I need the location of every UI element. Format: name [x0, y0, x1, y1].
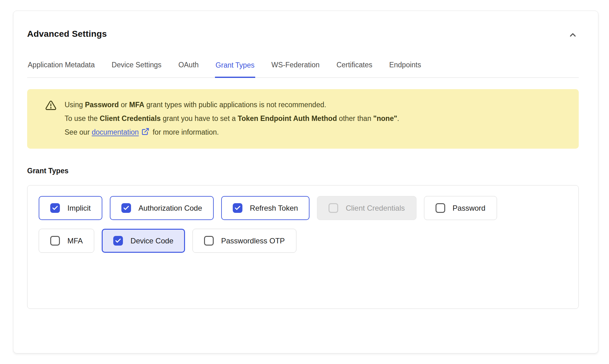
tab-endpoints[interactable]: Endpoints	[388, 61, 421, 77]
checkbox-checked-icon[interactable]	[233, 203, 242, 213]
grant-type-chip-device-code[interactable]: Device Code	[102, 229, 185, 253]
checkbox-unchecked-icon[interactable]	[204, 236, 214, 246]
warning-triangle-icon	[45, 100, 56, 112]
grant-type-label: MFA	[67, 237, 83, 245]
settings-tab-bar: Application MetadataDevice SettingsOAuth…	[27, 61, 579, 78]
warning-bold-text: Token Endpoint Auth Method	[238, 114, 337, 122]
page-title: Advanced Settings	[27, 28, 107, 40]
tab-certificates[interactable]: Certificates	[336, 61, 373, 77]
checkbox-unchecked-icon[interactable]	[50, 236, 60, 246]
grant-type-chip-passwordless-otp[interactable]: Passwordless OTP	[192, 229, 296, 253]
advanced-settings-panel: Advanced Settings Application MetadataDe…	[13, 11, 598, 353]
warning-line-2: To use the Client Credentials grant you …	[65, 112, 399, 125]
warning-bold-text: "none"	[373, 114, 397, 122]
grant-type-chip-client-credentials: Client Credentials	[317, 196, 416, 220]
external-link-icon[interactable]	[141, 126, 149, 140]
grant-type-chip-mfa[interactable]: MFA	[39, 229, 94, 253]
warning-line-3: See our documentation for more informati…	[65, 125, 399, 140]
grant-type-label: Client Credentials	[346, 204, 405, 213]
grant-type-label: Device Code	[130, 237, 173, 245]
warning-bold-text: MFA	[129, 101, 144, 109]
grant-types-row-2: MFADevice CodePasswordless OTP	[39, 229, 569, 253]
warning-bold-text: Client Credentials	[100, 114, 161, 122]
warning-line-1: Using Password or MFA grant types with p…	[65, 98, 399, 112]
grant-type-chip-password[interactable]: Password	[424, 196, 497, 220]
documentation-link[interactable]: documentation	[92, 128, 139, 136]
warning-text: Using Password or MFA grant types with p…	[65, 98, 399, 140]
grant-type-chip-authorization-code[interactable]: Authorization Code	[110, 196, 214, 220]
grant-type-chip-implicit[interactable]: Implicit	[39, 196, 102, 220]
tab-ws-federation[interactable]: WS-Federation	[271, 61, 320, 77]
checkbox-checked-icon[interactable]	[113, 236, 123, 246]
grant-type-label: Authorization Code	[139, 204, 202, 213]
grant-types-group: ImplicitAuthorization CodeRefresh TokenC…	[27, 185, 579, 309]
checkbox-unchecked-icon[interactable]	[436, 203, 445, 213]
checkbox-checked-icon[interactable]	[50, 203, 60, 213]
grant-type-label: Implicit	[67, 204, 91, 213]
checkbox-unchecked-icon	[329, 203, 338, 213]
grant-type-chip-refresh-token[interactable]: Refresh Token	[221, 196, 309, 220]
collapse-panel-button[interactable]	[567, 29, 579, 41]
tab-grant-types[interactable]: Grant Types	[215, 61, 255, 78]
tab-application-metadata[interactable]: Application Metadata	[27, 61, 95, 77]
warning-banner: Using Password or MFA grant types with p…	[27, 89, 579, 149]
grant-type-label: Password	[453, 204, 485, 213]
grant-types-heading: Grant Types	[27, 167, 579, 175]
tab-device-settings[interactable]: Device Settings	[111, 61, 162, 77]
grant-type-label: Refresh Token	[250, 204, 298, 213]
panel-header: Advanced Settings	[27, 28, 579, 41]
warning-bold-text: Password	[85, 101, 119, 109]
checkbox-checked-icon[interactable]	[121, 203, 131, 213]
grant-type-label: Passwordless OTP	[221, 237, 285, 245]
tab-oauth[interactable]: OAuth	[178, 61, 199, 77]
grant-types-row-1: ImplicitAuthorization CodeRefresh TokenC…	[39, 196, 569, 220]
chevron-up-icon	[568, 30, 577, 40]
